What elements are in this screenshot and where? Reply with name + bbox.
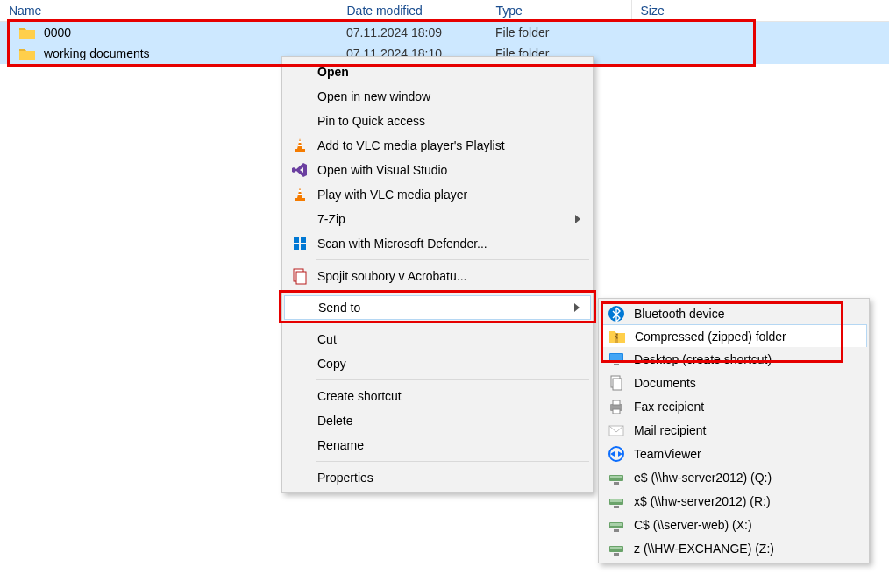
svg-rect-29 [614, 482, 619, 485]
menu-separator [316, 322, 589, 323]
svg-rect-11 [296, 272, 306, 284]
mail-icon [608, 422, 625, 439]
teamviewer-icon [608, 445, 625, 463]
file-list: Name Date modified Type Size 0000 07.11.… [0, 0, 889, 64]
file-date: 07.11.2024 18:09 [338, 22, 487, 44]
menu-cut[interactable]: Cut [284, 327, 591, 351]
vlc-icon [291, 137, 309, 154]
submenu-label: z (\\HW-EXCHANGE) (Z:) [634, 542, 774, 556]
svg-rect-4 [299, 190, 302, 192]
network-drive-icon [608, 540, 625, 557]
folder-icon [19, 26, 35, 39]
menu-send-to[interactable]: Send to [284, 295, 591, 320]
vlc-icon [291, 186, 309, 203]
submenu-label: x$ (\\hw-server2012) (R:) [634, 494, 771, 508]
network-drive-icon [608, 492, 625, 510]
svg-rect-15 [615, 336, 617, 337]
desktop-icon [608, 351, 625, 368]
defender-icon [291, 235, 309, 252]
submenu-compressed-zip[interactable]: Compressed (zipped) folder [601, 324, 867, 348]
submenu-teamviewer[interactable]: TeamViewer [601, 442, 867, 465]
menu-acrobat-merge[interactable]: Spojit soubory v Acrobatu... [284, 264, 591, 288]
menu-rename[interactable]: Rename [284, 433, 591, 457]
bluetooth-icon [608, 305, 625, 322]
sendto-submenu: Bluetooth device Compressed (zipped) fol… [598, 298, 870, 563]
svg-rect-37 [610, 547, 622, 549]
submenu-mail[interactable]: Mail recipient [601, 418, 867, 442]
menu-vlc-add-playlist[interactable]: Add to VLC media player's Playlist [284, 133, 591, 158]
submenu-drive-q[interactable]: e$ (\\hw-server2012) (Q:) [601, 465, 867, 489]
svg-rect-19 [614, 364, 619, 365]
menu-copy[interactable]: Copy [284, 351, 591, 376]
svg-rect-32 [614, 506, 619, 508]
svg-rect-24 [613, 409, 620, 414]
svg-rect-6 [294, 237, 299, 243]
svg-rect-9 [301, 244, 306, 250]
menu-open-visual-studio[interactable]: Open with Visual Studio [284, 158, 591, 182]
menu-separator [316, 259, 589, 260]
svg-rect-14 [616, 334, 618, 336]
zip-folder-icon [608, 328, 626, 345]
column-header-row: Name Date modified Type Size [0, 0, 889, 22]
svg-rect-35 [614, 529, 619, 532]
svg-rect-8 [294, 244, 299, 250]
menu-scan-defender[interactable]: Scan with Microsoft Defender... [284, 231, 591, 256]
svg-rect-28 [610, 476, 622, 478]
submenu-label: Compressed (zipped) folder [635, 329, 786, 344]
menu-separator [316, 379, 589, 380]
submenu-fax[interactable]: Fax recipient [601, 394, 867, 418]
svg-rect-38 [614, 553, 619, 556]
network-drive-icon [608, 516, 625, 534]
menu-create-shortcut[interactable]: Create shortcut [284, 384, 591, 408]
folder-icon [19, 47, 35, 60]
visual-studio-icon [291, 161, 309, 179]
svg-rect-18 [610, 354, 622, 361]
column-size[interactable]: Size [631, 0, 889, 22]
column-type[interactable]: Type [487, 0, 631, 22]
svg-rect-1 [299, 141, 302, 143]
svg-rect-31 [610, 499, 622, 502]
svg-rect-21 [613, 379, 622, 390]
svg-rect-23 [613, 400, 620, 405]
svg-rect-16 [616, 337, 618, 339]
context-menu: Open Open in new window Pin to Quick acc… [281, 56, 594, 493]
svg-rect-3 [295, 198, 305, 201]
submenu-label: e$ (\\hw-server2012) (Q:) [634, 471, 772, 485]
submenu-drive-x[interactable]: C$ (\\server-web) (X:) [601, 513, 867, 536]
menu-delete[interactable]: Delete [284, 408, 591, 433]
submenu-label: Fax recipient [634, 400, 704, 414]
file-row[interactable]: 0000 07.11.2024 18:09 File folder [0, 22, 889, 44]
menu-7zip[interactable]: 7-Zip [284, 207, 591, 231]
file-name: 0000 [44, 25, 71, 39]
submenu-label: Documents [634, 376, 696, 390]
submenu-desktop-shortcut[interactable]: Desktop (create shortcut) [601, 347, 867, 371]
file-name: working documents [44, 46, 150, 60]
submenu-label: Desktop (create shortcut) [634, 352, 772, 366]
menu-open-new-window[interactable]: Open in new window [284, 84, 591, 109]
submenu-label: Mail recipient [634, 423, 706, 437]
submenu-label: TeamViewer [634, 447, 701, 461]
submenu-drive-r[interactable]: x$ (\\hw-server2012) (R:) [601, 489, 867, 513]
file-type: File folder [487, 22, 631, 44]
submenu-bluetooth[interactable]: Bluetooth device [601, 301, 867, 325]
documents-icon [608, 374, 625, 392]
svg-rect-5 [298, 194, 302, 195]
submenu-label: C$ (\\server-web) (X:) [634, 518, 752, 532]
svg-rect-2 [298, 145, 302, 146]
menu-open[interactable]: Open [284, 60, 591, 84]
svg-rect-7 [301, 237, 306, 243]
acrobat-icon [291, 267, 309, 285]
network-drive-icon [608, 469, 625, 486]
submenu-drive-z[interactable]: z (\\HW-EXCHANGE) (Z:) [601, 536, 867, 560]
menu-separator [316, 292, 589, 293]
menu-vlc-play[interactable]: Play with VLC media player [284, 182, 591, 207]
svg-rect-0 [295, 149, 305, 152]
submenu-label: Bluetooth device [634, 307, 725, 321]
menu-pin-quick-access[interactable]: Pin to Quick access [284, 109, 591, 133]
fax-icon [608, 398, 625, 415]
column-date-modified[interactable]: Date modified [338, 0, 487, 22]
submenu-documents[interactable]: Documents [601, 371, 867, 394]
menu-properties[interactable]: Properties [284, 465, 591, 490]
column-name[interactable]: Name [0, 0, 338, 22]
svg-rect-34 [610, 523, 622, 526]
